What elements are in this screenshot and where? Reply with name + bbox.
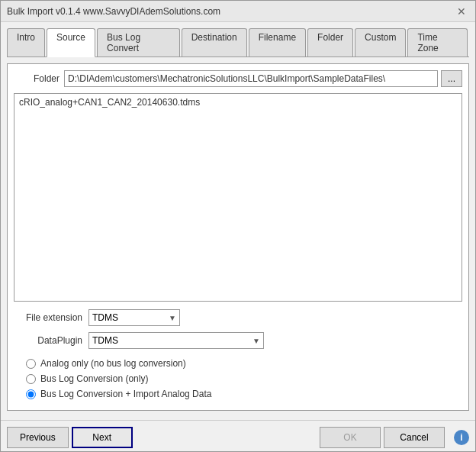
list-item: cRIO_analog+CAN1_CAN2_20140630.tdms	[16, 95, 460, 109]
browse-button[interactable]: ...	[441, 70, 462, 87]
radio-bus-log-analog-label: Bus Log Conversion + Import Analog Data	[40, 389, 211, 399]
folder-input[interactable]	[64, 70, 438, 87]
main-window: Bulk Import v0.1.4 www.SavvyDIAdemSoluti…	[0, 0, 476, 452]
radio-bus-log-only-row: Bus Log Conversion (only)	[26, 373, 462, 384]
tab-source[interactable]: Source	[47, 28, 95, 57]
dataplugin-arrow: ▼	[252, 337, 260, 345]
tab-filename[interactable]: Filename	[249, 28, 306, 56]
title-bar: Bulk Import v0.1.4 www.SavvyDIAdemSoluti…	[1, 1, 475, 22]
cancel-button[interactable]: Cancel	[384, 427, 445, 448]
main-panel: Folder ... cRIO_analog+CAN1_CAN2_2014063…	[7, 63, 469, 411]
file-list: cRIO_analog+CAN1_CAN2_20140630.tdms	[14, 93, 462, 302]
info-button[interactable]: i	[454, 430, 469, 445]
close-button[interactable]: ✕	[454, 6, 469, 17]
file-extension-label: File extension	[14, 312, 82, 323]
radio-bus-log-only-label: Bus Log Conversion (only)	[40, 373, 148, 384]
radio-analog-only[interactable]	[26, 359, 36, 369]
radio-analog-only-row: Analog only (no bus log conversion)	[26, 358, 462, 369]
radio-bus-log-analog[interactable]	[26, 389, 36, 399]
tab-destination[interactable]: Destination	[182, 28, 247, 56]
radio-group: Analog only (no bus log conversion) Bus …	[14, 358, 462, 404]
radio-bus-log-only[interactable]	[26, 374, 36, 384]
folder-row: Folder ...	[14, 70, 462, 87]
file-extension-select[interactable]: TDMS ▼	[88, 309, 180, 326]
file-extension-row: File extension TDMS ▼	[14, 309, 462, 326]
dataplugin-value: TDMS	[92, 335, 118, 346]
tab-buslogconvert[interactable]: Bus Log Convert	[97, 28, 180, 56]
dataplugin-label: DataPlugin	[14, 335, 82, 346]
tab-intro[interactable]: Intro	[7, 28, 45, 56]
folder-label: Folder	[14, 73, 60, 84]
tab-bar: Intro Source Bus Log Convert Destination…	[7, 28, 469, 57]
tab-custom[interactable]: Custom	[355, 28, 406, 56]
content-area: Intro Source Bus Log Convert Destination…	[1, 22, 475, 417]
radio-bus-log-analog-row: Bus Log Conversion + Import Analog Data	[26, 389, 462, 399]
file-extension-value: TDMS	[92, 312, 118, 323]
tab-folder[interactable]: Folder	[307, 28, 353, 56]
file-extension-arrow: ▼	[169, 314, 176, 322]
dataplugin-row: DataPlugin TDMS ▼	[14, 332, 462, 349]
tab-timezone[interactable]: Time Zone	[407, 28, 468, 56]
previous-button[interactable]: Previous	[7, 427, 69, 448]
window-title: Bulk Import v0.1.4 www.SavvyDIAdemSoluti…	[7, 6, 220, 17]
next-button[interactable]: Next	[72, 427, 133, 448]
dataplugin-select[interactable]: TDMS ▼	[88, 332, 264, 349]
ok-button[interactable]: OK	[320, 427, 381, 448]
bottom-bar: Previous Next OK Cancel i	[1, 420, 475, 451]
radio-analog-only-label: Analog only (no bus log conversion)	[40, 358, 186, 369]
